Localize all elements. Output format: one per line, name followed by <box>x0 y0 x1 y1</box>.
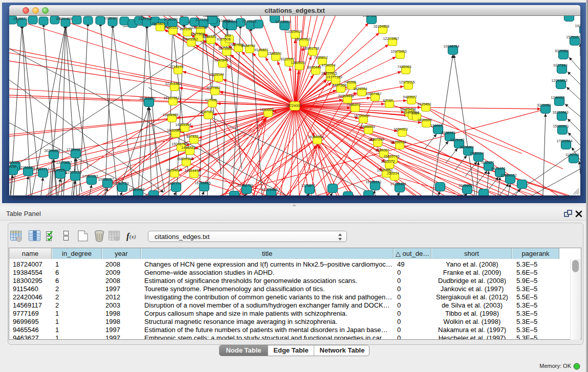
svg-text:7625402: 7625402 <box>166 168 180 172</box>
svg-text:12923468: 12923468 <box>262 188 277 191</box>
svg-text:62160: 62160 <box>383 99 393 102</box>
svg-text:465001: 465001 <box>9 161 20 164</box>
svg-text:1065326: 1065326 <box>104 16 118 20</box>
svg-text:20206535: 20206535 <box>44 149 60 152</box>
svg-text:16033809: 16033809 <box>203 16 219 17</box>
svg-text:8322037: 8322037 <box>280 57 294 61</box>
svg-text:9384067: 9384067 <box>375 148 389 152</box>
svg-text:12923468: 12923468 <box>128 188 144 191</box>
svg-text:16782759: 16782759 <box>113 182 128 185</box>
svg-text:417006: 417006 <box>205 98 216 102</box>
svg-text:891295: 891295 <box>180 27 191 31</box>
svg-text:8813054: 8813054 <box>266 16 280 16</box>
svg-text:9245052: 9245052 <box>459 184 472 187</box>
svg-text:(x): (x) <box>129 233 136 240</box>
svg-text:19218506: 19218506 <box>275 20 291 24</box>
svg-text:19777169: 19777169 <box>326 75 342 79</box>
svg-text:14914479: 14914479 <box>184 169 200 172</box>
svg-text:9457774: 9457774 <box>167 182 181 185</box>
svg-text:16782759: 16782759 <box>237 184 253 187</box>
svg-text:6497568: 6497568 <box>332 83 346 87</box>
svg-text:7955812: 7955812 <box>314 56 328 59</box>
svg-text:4794024: 4794024 <box>321 63 335 67</box>
svg-text:1588520: 1588520 <box>267 52 281 55</box>
svg-text:16120746: 16120746 <box>383 155 399 158</box>
svg-text:9327508: 9327508 <box>216 37 230 41</box>
svg-text:252214: 252214 <box>387 171 399 175</box>
svg-text:19654985: 19654985 <box>162 113 178 117</box>
svg-text:0699695: 0699695 <box>418 118 431 122</box>
svg-text:1362615: 1362615 <box>291 61 304 64</box>
svg-text:12213382: 12213382 <box>165 82 181 85</box>
svg-text:2718170: 2718170 <box>169 65 183 69</box>
svg-text:8471676: 8471676 <box>491 167 505 170</box>
svg-text:12093853: 12093853 <box>551 79 567 82</box>
svg-text:17957253: 17957253 <box>82 174 98 178</box>
svg-text:20691406: 20691406 <box>56 17 72 20</box>
svg-text:16543362: 16543362 <box>182 37 198 41</box>
svg-text:1575107: 1575107 <box>566 35 580 39</box>
svg-text:19756928: 19756928 <box>390 140 406 144</box>
svg-text:16107552: 16107552 <box>163 96 179 100</box>
svg-text:1830025: 1830025 <box>259 108 273 112</box>
svg-text:10688609: 10688609 <box>359 125 375 128</box>
svg-text:9329966: 9329966 <box>555 49 569 53</box>
svg-text:9115460: 9115460 <box>418 102 431 106</box>
svg-text:9242848: 9242848 <box>214 58 228 62</box>
svg-text:8186323: 8186323 <box>202 35 216 38</box>
svg-text:10648784: 10648784 <box>443 45 459 48</box>
svg-text:1371877: 1371877 <box>301 184 315 187</box>
svg-text:6879197: 6879197 <box>450 138 464 142</box>
svg-text:7663822: 7663822 <box>151 22 165 26</box>
svg-text:19384554: 19384554 <box>308 135 323 139</box>
svg-text:1615172: 1615172 <box>381 160 395 163</box>
svg-text:7986372: 7986372 <box>346 103 360 106</box>
svg-text:3824554: 3824554 <box>353 87 367 91</box>
svg-text:9674444: 9674444 <box>460 145 473 149</box>
svg-text:1916685: 1916685 <box>167 128 181 132</box>
svg-text:10654122: 10654122 <box>500 173 516 177</box>
svg-text:18724007: 18724007 <box>286 104 301 107</box>
svg-text:19218506: 19218506 <box>575 24 580 28</box>
svg-text:12213967: 12213967 <box>383 37 399 40</box>
svg-text:28053346: 28053346 <box>139 97 155 100</box>
svg-text:1244415: 1244415 <box>551 96 564 99</box>
svg-text:7515526: 7515526 <box>242 19 256 23</box>
svg-text:10973493: 10973493 <box>390 50 406 53</box>
svg-text:12156829: 12156829 <box>18 166 34 169</box>
svg-text:13226058: 13226058 <box>191 26 207 29</box>
svg-text:18807249: 18807249 <box>368 138 384 141</box>
svg-text:2087662: 2087662 <box>363 16 377 17</box>
svg-text:114519: 114519 <box>53 168 65 172</box>
svg-text:8990444: 8990444 <box>307 65 321 69</box>
svg-text:7485063: 7485063 <box>397 65 411 69</box>
svg-text:2803144: 2803144 <box>210 73 224 76</box>
svg-text:8454749: 8454749 <box>241 44 255 48</box>
svg-text:16154808: 16154808 <box>373 25 389 28</box>
svg-text:1498222: 1498222 <box>181 146 195 149</box>
svg-text:20364436: 20364436 <box>338 94 354 98</box>
svg-text:3875685: 3875685 <box>218 47 232 50</box>
svg-text:1527602: 1527602 <box>138 17 152 20</box>
svg-text:3267110: 3267110 <box>200 110 214 114</box>
svg-text:15720407: 15720407 <box>354 114 369 118</box>
svg-text:18640910: 18640910 <box>294 37 310 41</box>
svg-text:7964: 7964 <box>411 112 419 115</box>
svg-text:2935114: 2935114 <box>470 151 484 155</box>
svg-text:10958157: 10958157 <box>98 178 114 181</box>
svg-text:1071911: 1071911 <box>195 18 209 21</box>
svg-text:9146821: 9146821 <box>254 48 268 52</box>
svg-text:12975115: 12975115 <box>399 80 415 84</box>
svg-text:7632621: 7632621 <box>480 161 494 164</box>
svg-text:1654923: 1654923 <box>394 127 407 131</box>
svg-text:3215958: 3215958 <box>537 103 551 107</box>
svg-text:1126753: 1126753 <box>565 153 579 157</box>
svg-text:12505135: 12505135 <box>66 170 81 174</box>
svg-text:546: 546 <box>225 34 231 37</box>
svg-text:15692971: 15692971 <box>553 124 569 128</box>
svg-text:8960123: 8960123 <box>164 26 178 29</box>
svg-text:16210643: 16210643 <box>552 111 568 114</box>
svg-text:7357224: 7357224 <box>223 20 237 24</box>
svg-text:5938923: 5938923 <box>441 131 455 135</box>
svg-text:17359924: 17359924 <box>66 148 82 151</box>
